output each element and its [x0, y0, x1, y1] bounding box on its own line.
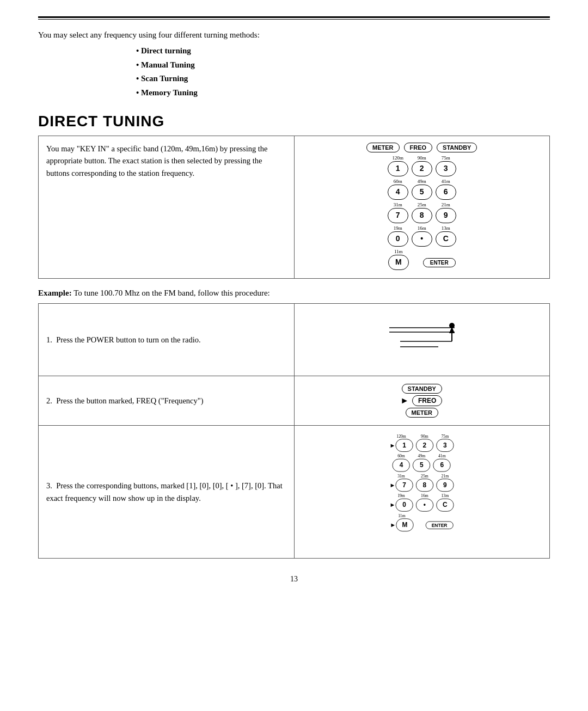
step3-key-9: 9	[436, 479, 454, 492]
steps-table: 1. Press the POWER button to turn on the…	[38, 303, 550, 559]
step3-key-enter: ENTER	[426, 521, 454, 529]
key-m-wrap: 11m M	[388, 248, 409, 270]
step3-key-1-wrap: 120m ► 1	[390, 433, 413, 452]
key-6-sub: 41m	[442, 178, 450, 185]
step3-row-1: 120m ► 1 90m 2 75m 3	[388, 433, 455, 452]
step3-row-4: 19m ► 0 16m • 13m C	[388, 493, 455, 512]
top-rule-thin	[38, 19, 550, 20]
key-4-sub: 60m	[394, 178, 402, 185]
step3-key-c-wrap: 13m C	[436, 493, 454, 512]
direct-tuning-table: You may "KEY IN" a specific band (120m, …	[38, 136, 550, 279]
key-0-sub: 19m	[394, 225, 402, 231]
example-label: Example:	[38, 289, 72, 297]
step3-key-7-wrap: 31m ► 7	[390, 473, 413, 492]
freo-button: FREO	[404, 143, 433, 152]
key-1: 1	[388, 161, 408, 176]
key-7-wrap: 31m 7	[388, 201, 408, 223]
step-1-text-cell: 1. Press the POWER button to turn on the…	[39, 304, 295, 376]
step3-key-dot-wrap: 16m •	[416, 493, 433, 512]
step3-key-dot: •	[416, 499, 433, 512]
keypad-row-4: 19m 0 16m • 13m C	[365, 225, 478, 247]
key-2: 2	[412, 161, 432, 176]
key-8-sub: 25m	[418, 201, 426, 208]
keypad-row-5: 11m M ENTER	[365, 248, 478, 270]
bullet-scan: Scan Turning	[136, 72, 550, 86]
key-1-wrap: 120m 1	[388, 155, 408, 176]
key-c: C	[436, 231, 456, 247]
key-1-sub: 120m	[392, 155, 403, 161]
step3-key-2: 2	[416, 439, 433, 452]
key-4: 4	[388, 185, 408, 200]
step2-buttons-group: STANDBY ► FREO METER	[302, 384, 542, 418]
key-c-wrap: 13m C	[436, 225, 456, 247]
keypad-row-2: 60m 4 49m 5 41m 6	[365, 178, 478, 200]
key-9-sub: 21m	[442, 201, 450, 208]
key-dot-sub: 16m	[418, 225, 426, 231]
keypad-row-3: 31m 7 25m 8 21m 9	[365, 201, 478, 223]
step3-row-2: 60m 4 49m 5 41m 6	[388, 453, 455, 472]
step3-key-0-wrap: 19m ► 0	[390, 493, 413, 512]
step3-key-9-wrap: 21m 9	[436, 473, 454, 492]
key-6: 6	[436, 185, 456, 200]
step3-arrow-7: ►	[390, 481, 396, 489]
page-number: 13	[38, 575, 550, 584]
step-2-diagram-cell: STANDBY ► FREO METER	[294, 376, 550, 426]
step3-key-3: 3	[436, 439, 454, 452]
step3-key-1: 1	[396, 439, 413, 452]
example-text: To tune 100.70 Mhz on the FM band, follo…	[74, 289, 270, 297]
step-1-text: 1. Press the POWER button to turn on the…	[46, 335, 201, 344]
key-3-wrap: 75m 3	[436, 155, 456, 176]
step3-key-0: 0	[396, 499, 413, 512]
key-7: 7	[388, 208, 408, 223]
step2-standby: STANDBY	[402, 384, 442, 394]
key-6-wrap: 41m 6	[436, 178, 456, 200]
step3-key-c: C	[436, 499, 454, 512]
direct-description: You may "KEY IN" a specific band (120m, …	[46, 144, 268, 177]
key-enter-wrap: ENTER	[423, 258, 456, 267]
step3-key-enter-wrap: ENTER	[426, 521, 454, 529]
step-1-row: 1. Press the POWER button to turn on the…	[39, 304, 550, 376]
bullet-memory: Memory Tuning	[136, 86, 550, 100]
section-title-direct: DIRECT TUNING	[38, 113, 550, 130]
step3-key-2-wrap: 90m 2	[416, 433, 433, 452]
step-3-text: 3. Press the corresponding buttons, mark…	[46, 481, 283, 502]
tuning-methods-list: Direct turning Manual Tuning Scan Turnin…	[136, 44, 550, 100]
top-rule-thick	[38, 16, 550, 18]
step3-row-3: 31m ► 7 25m 8 21m 9	[388, 473, 455, 492]
step3-arrow-m: ►	[390, 522, 396, 529]
key-2-wrap: 90m 2	[412, 155, 432, 176]
step3-key-5: 5	[413, 459, 431, 472]
bullet-direct: Direct turning	[136, 44, 550, 58]
keypad-row-1: 120m 1 90m 2 75m 3	[365, 155, 478, 176]
key-7-sub: 31m	[394, 201, 402, 208]
step3-arrow-0: ►	[390, 501, 396, 509]
intro-paragraph: You may select any frequency using four …	[38, 30, 550, 40]
keypad-top-row: METER FREO STANDBY	[365, 143, 478, 152]
key-2-sub: 90m	[418, 155, 426, 161]
step-1-diagram-cell	[294, 304, 550, 376]
key-enter: ENTER	[423, 258, 456, 267]
key-dot-wrap: 16m •	[412, 225, 432, 247]
key-dot: •	[412, 231, 432, 247]
step3-key-4-wrap: 60m 4	[393, 453, 410, 472]
step3-keypad: 120m ► 1 90m 2 75m 3	[388, 433, 455, 533]
bullet-manual: Manual Tuning	[136, 58, 550, 72]
keypad-diagram: METER FREO STANDBY 120m 1 90m 2	[365, 143, 478, 272]
key-3-sub: 75m	[442, 155, 450, 161]
step3-key-8: 8	[416, 479, 433, 492]
key-m: M	[388, 255, 409, 270]
step3-key-4: 4	[393, 459, 410, 472]
example-paragraph: Example: To tune 100.70 Mhz on the FM ba…	[38, 289, 550, 298]
keypad-diagram-cell: METER FREO STANDBY 120m 1 90m 2	[294, 136, 550, 279]
power-sketch-svg	[367, 311, 476, 366]
step3-key-m-wrap: 11m ► M	[390, 513, 414, 531]
key-0-wrap: 19m 0	[388, 225, 408, 247]
step-3-diagram-cell: 120m ► 1 90m 2 75m 3	[294, 426, 550, 559]
key-5-sub: 49m	[418, 178, 426, 185]
step-2-text-cell: 2. Press the button marked, FREQ ("Frequ…	[39, 376, 295, 426]
step3-key-8-wrap: 25m 8	[416, 473, 433, 492]
key-8-wrap: 25m 8	[412, 201, 432, 223]
step2-arrow: ►	[400, 396, 409, 406]
step2-freo-row: ► FREO	[400, 395, 443, 406]
key-9-wrap: 21m 9	[436, 201, 456, 223]
